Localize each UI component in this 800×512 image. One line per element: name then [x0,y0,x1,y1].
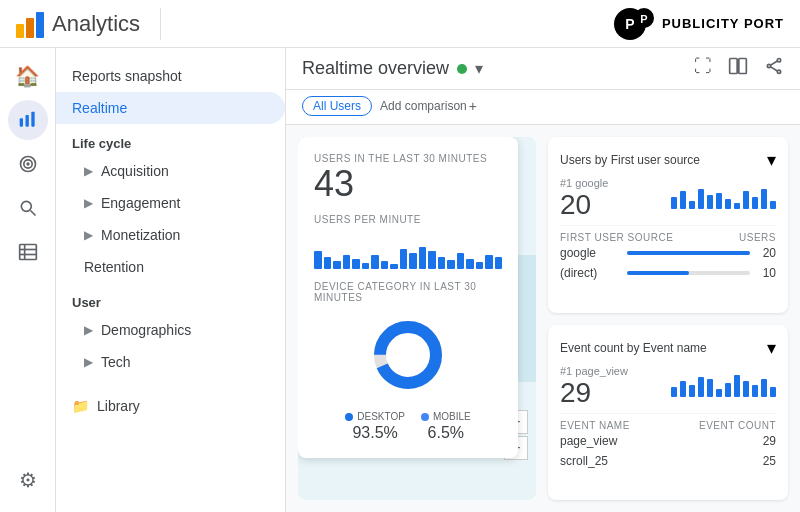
all-users-chip[interactable]: All Users [302,96,372,116]
nav-reports-label: Reports snapshot [72,68,182,84]
bar-segment [371,255,379,269]
svg-line-25 [771,61,778,65]
nav-tech-label: Tech [101,354,131,370]
settings-nav-icon[interactable]: ⚙ [8,460,48,500]
event-top-row: #1 page_view 29 [560,365,776,409]
nav-demographics-label: Demographics [101,322,191,338]
svg-point-12 [27,163,29,165]
row-label: scroll_25 [560,454,750,468]
search-nav-icon[interactable] [8,188,48,228]
mobile-label: MOBILE [433,411,471,422]
nav-retention-label: Retention [84,259,144,275]
share-icon[interactable] [764,56,784,81]
nav-monetization[interactable]: ▶ Monetization [56,219,285,251]
svg-rect-1 [26,18,34,38]
svg-line-14 [30,211,35,216]
monetization-chevron: ▶ [84,228,93,242]
add-comparison-label: Add comparison [380,99,467,113]
nav-library[interactable]: 📁 Library [56,390,285,422]
table-row: (direct) 10 [560,263,776,283]
row-label: (direct) [560,266,621,280]
desktop-label: DESKTOP [357,411,405,422]
desktop-legend: DESKTOP 93.5% [345,411,405,442]
mini-bar-segment [761,189,767,209]
event-mini-bars [671,365,776,397]
bar-segment [466,259,474,269]
bar-segment [324,257,332,269]
title-dropdown[interactable]: ▾ [475,59,483,78]
mini-bar-segment [743,381,749,397]
app-title: Analytics [52,11,140,37]
svg-rect-19 [730,59,738,74]
event-data-rows: page_view 29 scroll_25 25 [560,431,776,471]
add-comparison-btn[interactable]: Add comparison + [380,98,477,114]
event-card-menu[interactable]: ▾ [767,337,776,359]
library-folder-icon: 📁 [72,398,89,414]
event-card-title: Event count by Event name [560,341,707,355]
source-card-menu[interactable]: ▾ [767,149,776,171]
mini-bar-segment [680,381,686,397]
main-layout: 🏠 ⚙ Reports snapshot Realtime Life cycle… [0,48,800,512]
source-top-row: #1 google 20 [560,177,776,221]
row-value: 10 [756,266,776,280]
donut-svg [368,315,448,395]
mobile-dot [421,413,429,421]
nav-acquisition[interactable]: ▶ Acquisition [56,155,285,187]
mini-bar-segment [725,199,731,209]
nav-reports-snapshot[interactable]: Reports snapshot [56,60,285,92]
nav-sidebar: Reports snapshot Realtime Life cycle ▶ A… [56,48,286,512]
nav-monetization-label: Monetization [101,227,180,243]
row-label: page_view [560,434,750,448]
bar-segment [333,261,341,269]
source-rank: #1 google [560,177,608,189]
nav-tech[interactable]: ▶ Tech [56,346,285,378]
mini-bar-segment [770,201,776,209]
nav-retention[interactable]: Retention [56,251,285,283]
right-panel: Users by First user source ▾ #1 google 2… [548,137,788,500]
svg-rect-9 [31,112,34,127]
mini-bar-segment [752,385,758,397]
mini-bar-segment [716,193,722,209]
compare-icon[interactable] [728,56,748,81]
source-data-rows: google 20 (direct) 10 [560,243,776,283]
pp-brand-icon: P P [612,6,656,42]
row-label: google [560,246,621,260]
status-indicator [457,64,467,74]
mini-bar-segment [716,389,722,397]
mini-bar-segment [698,377,704,397]
page-title: Realtime overview [302,58,449,79]
bar-segment [314,251,322,269]
header-right: P P PUBLICITY PORT [612,6,784,42]
users-per-minute-chart [314,229,502,269]
fullscreen-icon[interactable]: ⛶ [694,56,712,81]
nav-engagement[interactable]: ▶ Engagement [56,187,285,219]
chip-label: All Users [313,99,361,113]
sidebar-bottom: ⚙ [8,460,48,500]
donut-chart [368,315,448,395]
svg-point-36 [380,327,436,383]
desktop-value: 93.5% [352,424,397,442]
svg-rect-7 [19,118,22,126]
svg-point-22 [767,64,770,67]
target-nav-icon[interactable] [8,144,48,184]
mini-bar-segment [680,191,686,209]
device-category-label: DEVICE CATEGORY IN LAST 30 MINUTES [314,281,502,303]
mini-bar-segment [752,197,758,209]
mini-bar-segment [689,201,695,209]
svg-point-13 [21,201,31,211]
mini-bar-segment [761,379,767,397]
mini-bar-segment [770,387,776,397]
mini-bar-segment [671,387,677,397]
svg-rect-0 [16,24,24,38]
row-value: 20 [756,246,776,260]
home-nav-icon[interactable]: 🏠 [8,56,48,96]
source-mini-bars [671,177,776,209]
nav-demographics[interactable]: ▶ Demographics [56,314,285,346]
nav-engagement-label: Engagement [101,195,180,211]
bar-segment [447,260,455,269]
nav-library-label: Library [97,398,140,414]
nav-realtime[interactable]: Realtime [56,92,285,124]
table-nav-icon[interactable] [8,232,48,272]
app-header: Analytics P P PUBLICITY PORT [0,0,800,48]
chart-nav-icon[interactable] [8,100,48,140]
